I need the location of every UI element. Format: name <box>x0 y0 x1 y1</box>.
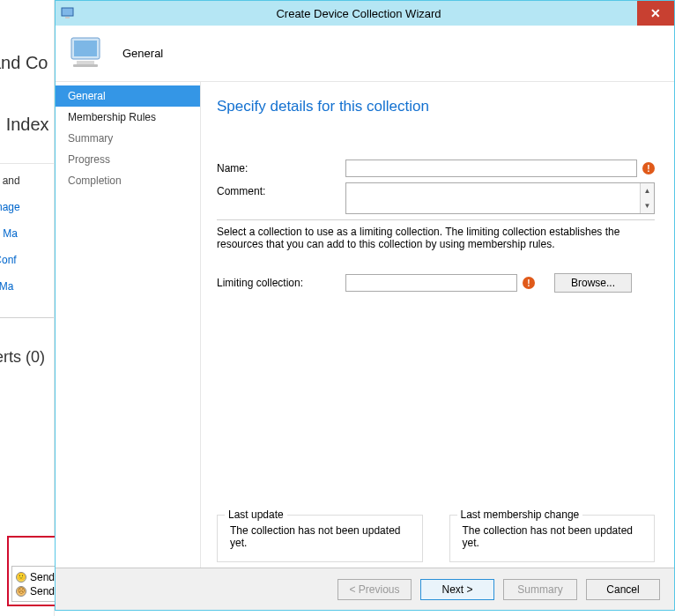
svg-rect-6 <box>77 61 94 64</box>
nav-summary[interactable]: Summary <box>56 128 200 149</box>
comment-spin-up[interactable]: ▲ <box>641 183 654 198</box>
svg-rect-5 <box>74 41 97 56</box>
svg-rect-3 <box>65 17 70 19</box>
name-input[interactable] <box>345 160 637 177</box>
background-window: and Co n Index e users and ns: Manage gr… <box>0 0 55 616</box>
limiting-label: Limiting collection: <box>217 277 340 289</box>
titlebar[interactable]: Create Device Collection Wizard ✕ <box>56 1 674 26</box>
close-icon: ✕ <box>650 6 661 20</box>
cancel-button[interactable]: Cancel <box>586 579 660 600</box>
smile-icon: 🙂 <box>16 572 26 583</box>
summary-button[interactable]: Summary <box>503 579 577 600</box>
nav-completion[interactable]: Completion <box>56 170 200 191</box>
close-button[interactable]: ✕ <box>637 1 674 26</box>
comment-label: Comment: <box>217 182 340 197</box>
previous-button[interactable]: < Previous <box>338 579 412 600</box>
last-update-group: Last update The collection has not been … <box>217 515 423 562</box>
last-membership-text: The collection has not been updated yet. <box>463 524 642 549</box>
next-button[interactable]: Next > <box>420 579 494 600</box>
window-title: Create Device Collection Wizard <box>80 7 637 20</box>
comment-spin-down[interactable]: ▼ <box>641 198 654 213</box>
computer-icon <box>68 33 110 75</box>
comment-input[interactable] <box>346 183 640 213</box>
wizard-content: Specify details for this collection Name… <box>201 82 674 568</box>
last-update-text: The collection has not been updated yet. <box>230 524 410 549</box>
wizard-footer: < Previous Next > Summary Cancel <box>56 568 674 610</box>
limiting-error-icon: ! <box>523 277 535 289</box>
limiting-input[interactable] <box>345 274 517 292</box>
nav-general[interactable]: General <box>56 85 200 107</box>
name-label: Name: <box>217 160 340 174</box>
browse-button[interactable]: Browse... <box>554 273 632 293</box>
last-update-label: Last update <box>225 508 287 521</box>
svg-rect-7 <box>73 64 98 67</box>
last-membership-group: Last membership change The collection ha… <box>449 515 656 562</box>
limiting-helper-text: Select a collection to use as a limiting… <box>217 219 655 250</box>
nav-membership-rules[interactable]: Membership Rules <box>56 107 200 128</box>
content-heading: Specify details for this collection <box>217 98 655 115</box>
wizard-window: Create Device Collection Wizard ✕ Genera… <box>55 0 675 611</box>
wizard-nav: General Membership Rules Summary Progres… <box>56 82 201 568</box>
name-error-icon: ! <box>642 162 655 174</box>
wizard-banner: General <box>56 26 674 82</box>
banner-title: General <box>122 47 163 60</box>
last-membership-label: Last membership change <box>457 508 583 521</box>
frown-icon: ☹ <box>16 586 26 597</box>
bg-alerts-heading: lerts (0) <box>0 348 45 367</box>
system-icon <box>61 6 75 20</box>
svg-rect-2 <box>62 8 73 16</box>
nav-progress[interactable]: Progress <box>56 149 200 170</box>
